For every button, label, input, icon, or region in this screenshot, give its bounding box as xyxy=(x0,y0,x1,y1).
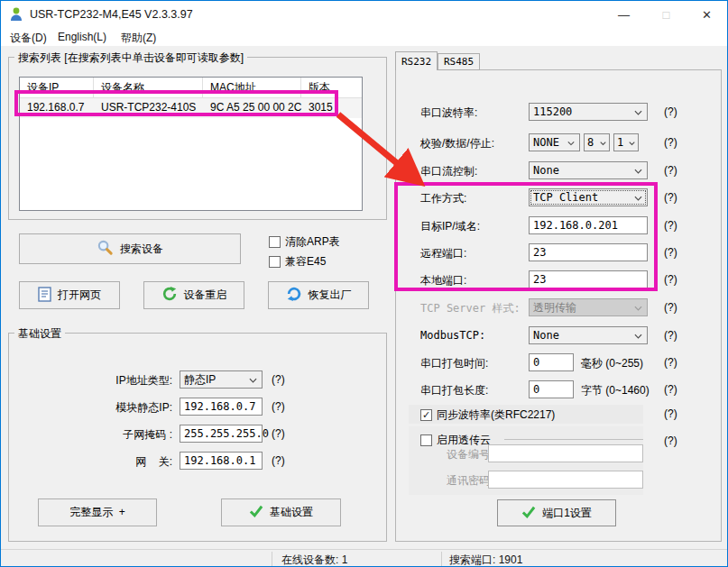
parity-label: 校验/数据/停止: xyxy=(420,136,494,151)
help-flow[interactable]: (?) xyxy=(664,164,677,177)
help-parity[interactable]: (?) xyxy=(664,136,677,149)
base-settings-apply-button[interactable]: 基础设置 xyxy=(221,498,341,526)
help-tcp-server-style[interactable]: (?) xyxy=(664,301,677,314)
chevron-down-icon xyxy=(634,329,642,342)
remote-port-label: 远程端口: xyxy=(420,246,466,261)
tab-rs485[interactable]: RS485 xyxy=(438,53,480,70)
help-pack-time[interactable]: (?) xyxy=(664,356,677,369)
base-settings-apply-label: 基础设置 xyxy=(270,505,313,520)
check-icon xyxy=(249,505,263,520)
factory-reset-label: 恢复出厂 xyxy=(309,288,352,303)
cloud-device-id-label: 设备编号 xyxy=(447,447,490,462)
app-window: USR-TCP232-M4,E45 V2.3.3.97 — □ ✕ 设备(D) … xyxy=(0,0,728,567)
help-sync-baud[interactable]: (?) xyxy=(664,407,677,420)
data-bits-select[interactable]: 8 xyxy=(584,133,610,151)
device-restart-button[interactable]: 设备重启 xyxy=(143,281,244,309)
remote-port-input[interactable]: 23 xyxy=(529,243,648,261)
device-list-header: 设备IP 设备名称 MAC地址 版本 xyxy=(20,78,362,98)
help-modbus[interactable]: (?) xyxy=(664,329,677,342)
modbus-select[interactable]: None xyxy=(529,326,648,344)
subnet-mask-input[interactable]: 255.255.255.0 xyxy=(180,425,263,443)
help-static-ip[interactable]: (?) xyxy=(272,400,285,413)
pack-time-input[interactable]: 0 xyxy=(529,353,574,371)
chevron-down-icon xyxy=(629,136,635,149)
checkbox-unchecked-icon xyxy=(269,256,281,268)
close-button[interactable]: ✕ xyxy=(687,1,727,28)
tab-rs232-label: RS232 xyxy=(401,56,431,68)
maximize-button[interactable]: □ xyxy=(646,1,687,28)
help-remote-port[interactable]: (?) xyxy=(664,246,677,259)
flow-label: 串口流控制: xyxy=(420,164,477,179)
cloud-group-line xyxy=(504,439,643,440)
cloud-password-input xyxy=(488,471,643,489)
target-ip-label: 目标IP/域名: xyxy=(420,219,480,234)
help-target-ip[interactable]: (?) xyxy=(664,219,677,232)
modbus-label: ModbusTCP: xyxy=(420,329,485,342)
restart-icon xyxy=(161,286,178,305)
menu-english[interactable]: English(L) xyxy=(58,31,106,43)
pack-len-label: 串口打包长度: xyxy=(420,383,488,398)
baud-value: 115200 xyxy=(533,105,572,118)
parity-select[interactable]: NONE xyxy=(529,133,580,151)
help-baud[interactable]: (?) xyxy=(664,105,677,118)
work-mode-select[interactable]: TCP Client xyxy=(529,188,648,206)
menubar: 设备(D) English(L) 帮助(Z) xyxy=(1,28,727,46)
clear-arp-checkbox[interactable]: 清除ARP表 xyxy=(269,234,340,250)
help-subnet-mask[interactable]: (?) xyxy=(272,427,285,440)
flow-select[interactable]: None xyxy=(529,161,648,179)
factory-reset-button[interactable]: 恢复出厂 xyxy=(268,281,369,309)
table-row[interactable]: 192.168.0.7 USR-TCP232-410S 9C A5 25 00 … xyxy=(20,98,362,118)
minimize-button[interactable]: — xyxy=(604,1,644,28)
help-pack-len[interactable]: (?) xyxy=(664,383,677,396)
tcp-server-style-label: TCP Server 样式: xyxy=(420,301,521,316)
search-device-button[interactable]: 搜索设备 xyxy=(19,233,241,264)
menu-device[interactable]: 设备(D) xyxy=(10,31,47,46)
help-gateway[interactable]: (?) xyxy=(272,454,285,467)
checkbox-checked-icon: ✓ xyxy=(420,409,432,421)
cloud-password-label: 通讯密码 xyxy=(447,473,490,489)
cloud-enable-label: 启用透传云 xyxy=(437,433,491,448)
chevron-down-icon xyxy=(249,373,257,386)
open-webpage-label: 打开网页 xyxy=(58,288,101,303)
gateway-input[interactable]: 192.168.0.1 xyxy=(180,452,263,470)
column-header-mac[interactable]: MAC地址 xyxy=(203,78,301,97)
pack-len-input[interactable]: 0 xyxy=(529,380,574,398)
local-port-input[interactable]: 23 xyxy=(529,270,648,288)
flow-value: None xyxy=(533,164,559,177)
static-ip-input[interactable]: 192.168.0.7 xyxy=(180,398,263,416)
device-list[interactable]: 设备IP 设备名称 MAC地址 版本 192.168.0.7 USR-TCP23… xyxy=(19,77,363,211)
port1-apply-label: 端口1设置 xyxy=(542,506,592,521)
pack-len-unit: 字节 (0~1460) xyxy=(581,383,650,398)
chevron-down-icon xyxy=(634,164,642,177)
search-list-group-title: 搜索列表 [在搜索列表中单击设备即可读取参数] xyxy=(14,50,247,66)
column-header-ip[interactable]: 设备IP xyxy=(20,78,94,97)
open-webpage-button[interactable]: 打开网页 xyxy=(19,281,120,309)
column-header-name[interactable]: 设备名称 xyxy=(94,78,203,97)
device-restart-label: 设备重启 xyxy=(184,288,227,303)
menu-help[interactable]: 帮助(Z) xyxy=(121,31,156,46)
help-work-mode[interactable]: (?) xyxy=(664,191,677,204)
compat-e45-label: 兼容E45 xyxy=(285,254,326,270)
sync-baud-checkbox[interactable]: ✓ 同步波特率(类RFC2217) xyxy=(420,407,555,423)
help-ip-type[interactable]: (?) xyxy=(272,373,285,386)
search-icon xyxy=(97,239,114,259)
ip-type-label: IP地址类型: xyxy=(91,373,172,389)
status-search-port: 搜索端口: 1901 xyxy=(449,553,522,567)
stop-bits-select[interactable]: 1 xyxy=(613,133,639,151)
stop-bits-value: 1 xyxy=(617,136,623,149)
column-header-version[interactable]: 版本 xyxy=(301,78,361,97)
help-cloud[interactable]: (?) xyxy=(664,434,677,447)
ip-type-select[interactable]: 静态IP xyxy=(180,370,263,389)
cell-device-ip: 192.168.0.7 xyxy=(20,98,94,118)
work-mode-value: TCP Client xyxy=(533,191,598,204)
compat-e45-checkbox[interactable]: 兼容E45 xyxy=(269,254,326,270)
factory-reset-icon xyxy=(286,286,302,305)
close-icon: ✕ xyxy=(702,8,712,22)
full-display-button[interactable]: 完整显示 + xyxy=(38,498,157,526)
baud-select[interactable]: 115200 xyxy=(529,103,648,121)
port1-apply-button[interactable]: 端口1设置 xyxy=(497,499,616,526)
target-ip-input[interactable]: 192.168.0.201 xyxy=(529,216,648,234)
cloud-enable-checkbox[interactable]: 启用透传云 xyxy=(420,433,491,448)
help-local-port[interactable]: (?) xyxy=(664,273,677,286)
tab-rs232[interactable]: RS232 xyxy=(395,51,438,70)
